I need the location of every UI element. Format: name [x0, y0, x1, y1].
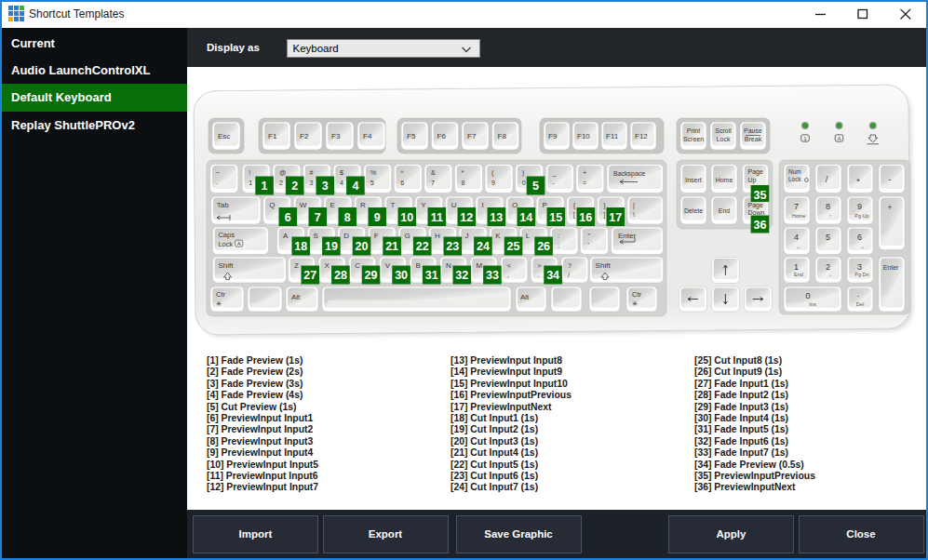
svg-text:End: End — [719, 207, 731, 214]
svg-text:↑: ↑ — [829, 213, 832, 219]
svg-text:5: 5 — [826, 233, 830, 242]
svg-text:Caps: Caps — [218, 231, 235, 239]
svg-text:24: 24 — [477, 240, 490, 253]
svg-text:4: 4 — [352, 180, 358, 193]
svg-text:=: = — [583, 179, 586, 187]
svg-text:8: 8 — [462, 179, 465, 187]
svg-text:31: 31 — [425, 269, 438, 282]
svg-text:F5: F5 — [407, 132, 416, 140]
svg-text:Backspace: Backspace — [613, 170, 645, 178]
svg-text:35: 35 — [754, 189, 767, 202]
svg-text:Home: Home — [716, 177, 733, 183]
svg-text:Tab: Tab — [217, 201, 229, 209]
svg-text:Page: Page — [748, 168, 763, 176]
svg-text:B: B — [415, 261, 420, 270]
svg-text:1: 1 — [249, 179, 252, 187]
svg-text:16: 16 — [579, 211, 592, 224]
svg-text:2: 2 — [279, 179, 283, 187]
svg-text:5: 5 — [370, 179, 374, 187]
svg-text:19: 19 — [325, 240, 338, 253]
svg-text:14: 14 — [519, 211, 532, 224]
svg-text:3: 3 — [857, 262, 862, 272]
svg-text:0: 0 — [522, 179, 526, 187]
svg-text:21: 21 — [385, 240, 398, 253]
svg-text:5: 5 — [532, 180, 539, 193]
svg-text:O: O — [512, 201, 518, 209]
svg-text:1: 1 — [794, 262, 799, 272]
svg-text:F10: F10 — [577, 132, 590, 140]
svg-text:2: 2 — [826, 262, 830, 272]
svg-text:28: 28 — [334, 269, 347, 282]
svg-text:C: C — [355, 261, 360, 270]
svg-text:F7: F7 — [467, 132, 477, 140]
svg-text:Up: Up — [748, 177, 757, 184]
svg-text:Num: Num — [788, 168, 801, 175]
svg-text:6: 6 — [400, 179, 404, 187]
svg-text:Shift: Shift — [218, 261, 234, 270]
svg-text:9: 9 — [374, 211, 381, 224]
svg-text:22: 22 — [416, 240, 429, 253]
svg-text:K: K — [495, 232, 501, 240]
svg-text:;: ; — [558, 241, 559, 249]
svg-text:36: 36 — [754, 219, 767, 232]
svg-text:T: T — [391, 201, 396, 209]
svg-text:,: , — [507, 271, 509, 279]
svg-text:1: 1 — [803, 135, 807, 141]
svg-text:W: W — [300, 201, 307, 209]
svg-text:25: 25 — [507, 240, 520, 253]
svg-text:Enter: Enter — [883, 264, 899, 271]
svg-text:↓: ↓ — [829, 272, 832, 277]
svg-text:23: 23 — [446, 240, 459, 253]
svg-text:Pg Dn: Pg Dn — [854, 272, 868, 277]
svg-text:7: 7 — [431, 179, 435, 187]
svg-text:Ctr: Ctr — [216, 290, 226, 299]
svg-text:.: . — [537, 271, 539, 279]
svg-text:@: @ — [279, 168, 286, 177]
svg-text:✳: ✳ — [216, 300, 222, 308]
svg-text:Lock: Lock — [717, 136, 731, 142]
svg-text:F9: F9 — [548, 132, 558, 140]
svg-text:Q: Q — [269, 201, 275, 209]
svg-text:2: 2 — [291, 180, 298, 193]
svg-text:34: 34 — [546, 269, 559, 282]
svg-text:F1: F1 — [268, 132, 277, 140]
svg-text:7: 7 — [315, 211, 321, 224]
svg-text:N: N — [446, 261, 451, 270]
svg-text:~: ~ — [216, 168, 220, 177]
svg-text:12: 12 — [460, 211, 473, 224]
svg-text:*: * — [856, 177, 860, 186]
svg-text:15: 15 — [549, 211, 562, 224]
svg-text:9: 9 — [491, 179, 495, 187]
svg-text:11: 11 — [431, 211, 443, 224]
svg-text:4: 4 — [794, 233, 799, 242]
svg-text:/: / — [568, 271, 570, 279]
svg-text:Page: Page — [748, 202, 763, 209]
svg-text:.: . — [216, 178, 218, 186]
svg-text:Lock: Lock — [218, 240, 233, 248]
svg-text:V: V — [385, 261, 391, 270]
svg-text:33: 33 — [486, 269, 499, 282]
svg-text:F2: F2 — [300, 132, 309, 140]
svg-text:Alt: Alt — [520, 293, 530, 301]
svg-text:F12: F12 — [635, 132, 648, 140]
svg-text:-: - — [889, 175, 892, 184]
svg-text:\: \ — [633, 210, 635, 219]
svg-text:Shift: Shift — [596, 261, 612, 270]
svg-text:+: + — [583, 168, 586, 177]
svg-text:<: < — [507, 261, 511, 270]
svg-text:Ins: Ins — [809, 301, 816, 307]
svg-text:&: & — [431, 168, 436, 177]
svg-text:F4: F4 — [363, 132, 372, 140]
svg-text:.: . — [857, 289, 860, 299]
svg-text:18: 18 — [294, 240, 307, 253]
svg-text:32: 32 — [455, 269, 468, 282]
svg-text:": " — [588, 232, 591, 240]
svg-text:10: 10 — [400, 211, 413, 224]
svg-text:Screen: Screen — [683, 136, 704, 142]
svg-text:20: 20 — [356, 240, 369, 253]
svg-text:3: 3 — [322, 180, 329, 193]
svg-text:?: ? — [568, 261, 572, 270]
svg-text:3: 3 — [310, 179, 314, 187]
svg-text:End: End — [794, 272, 803, 277]
svg-text:Enter: Enter — [618, 232, 636, 240]
